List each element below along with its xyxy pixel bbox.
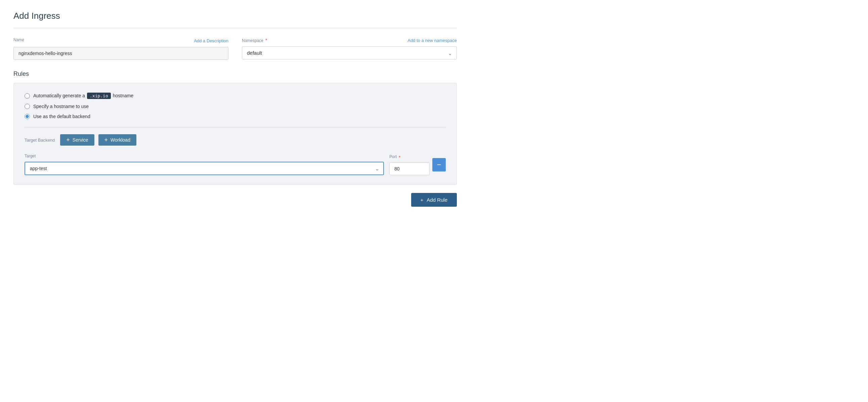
namespace-form-group: Namespace * Add to a new namespace defau… (242, 38, 457, 59)
page-title: Add Ingress (13, 11, 457, 21)
name-form-group: Name Add a Description (13, 38, 228, 60)
target-backend-row: Target Backend + Service + Workload (25, 134, 446, 146)
title-divider (13, 28, 457, 28)
add-rule-label: Add Rule (427, 197, 447, 203)
service-plus-icon: + (66, 137, 70, 143)
port-input[interactable] (389, 162, 430, 175)
port-and-minus: Port * − (389, 154, 446, 175)
namespace-label-row: Namespace * Add to a new namespace (242, 38, 457, 43)
add-rule-row: + Add Rule (13, 193, 457, 207)
target-port-row: Target app-test ⌄ Port * − (25, 154, 446, 175)
radio-auto-generate-label: Automatically generate a .xip.io hostnam… (33, 93, 133, 99)
rules-section-title: Rules (13, 70, 457, 77)
namespace-label-row-inner: Namespace * (242, 38, 267, 43)
name-label-row: Name Add a Description (13, 38, 228, 44)
target-select-wrapper: app-test ⌄ (25, 162, 384, 175)
xip-badge: .xip.io (87, 93, 111, 99)
name-label: Name (13, 38, 24, 42)
workload-button-label: Workload (111, 137, 130, 143)
target-group: Target app-test ⌄ (25, 154, 384, 175)
radio-specify-hostname-input[interactable] (25, 104, 30, 109)
port-label-row: Port * (389, 154, 430, 160)
radio-specify-hostname-label: Specify a hostname to use (33, 104, 89, 109)
namespace-required-star: * (266, 38, 267, 43)
minus-icon: − (437, 161, 441, 168)
port-group: Port * (389, 154, 430, 175)
radio-default-backend-input[interactable] (25, 114, 30, 119)
service-button-label: Service (72, 137, 88, 143)
port-required-star: * (399, 155, 400, 160)
top-form-row: Name Add a Description Namespace * Add t… (13, 38, 457, 60)
workload-plus-icon: + (104, 137, 108, 143)
add-rule-plus-icon: + (421, 197, 424, 203)
namespace-select[interactable]: default (242, 46, 457, 59)
radio-auto-generate[interactable]: Automatically generate a .xip.io hostnam… (25, 93, 446, 99)
add-rule-button[interactable]: + Add Rule (411, 193, 457, 207)
radio-default-backend-label: Use as the default backend (33, 114, 90, 119)
add-description-link[interactable]: Add a Description (194, 38, 228, 43)
radio-group: Automatically generate a .xip.io hostnam… (25, 93, 446, 119)
service-button[interactable]: + Service (60, 134, 94, 146)
namespace-label: Namespace (242, 38, 264, 43)
target-backend-label: Target Backend (25, 138, 55, 143)
workload-button[interactable]: + Workload (98, 134, 136, 146)
port-label: Port (389, 154, 397, 159)
radio-default-backend[interactable]: Use as the default backend (25, 114, 446, 119)
radio-specify-hostname[interactable]: Specify a hostname to use (25, 104, 446, 109)
radio-auto-generate-input[interactable] (25, 93, 30, 99)
namespace-select-wrapper: default ⌄ (242, 46, 457, 59)
remove-target-button[interactable]: − (432, 158, 446, 171)
add-namespace-link[interactable]: Add to a new namespace (407, 38, 457, 43)
name-input[interactable] (13, 47, 228, 60)
target-select[interactable]: app-test (25, 162, 384, 175)
rules-container: Automatically generate a .xip.io hostnam… (13, 83, 457, 185)
rules-inner-divider (25, 127, 446, 128)
target-label: Target (25, 154, 384, 158)
